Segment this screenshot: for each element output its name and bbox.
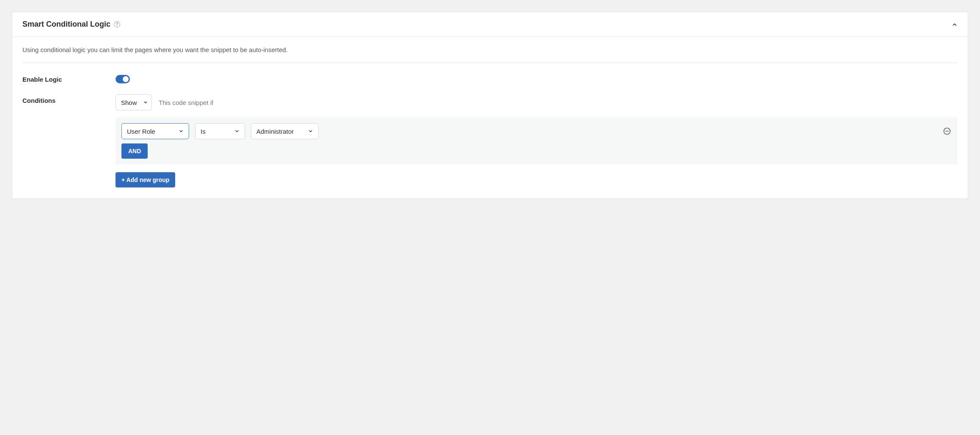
panel-description: Using conditional logic you can limit th… xyxy=(22,46,958,63)
condition-operator-value: Is xyxy=(201,128,206,135)
panel-header[interactable]: Smart Conditional Logic ? xyxy=(12,12,968,37)
panel-body: Using conditional logic you can limit th… xyxy=(12,37,968,198)
action-suffix-text: This code snippet if xyxy=(159,99,213,106)
panel-title-wrap: Smart Conditional Logic ? xyxy=(22,20,120,29)
chevron-down-icon xyxy=(308,129,313,134)
conditional-logic-panel: Smart Conditional Logic ? Using conditio… xyxy=(12,12,968,199)
condition-rule-row: User Role Is Administrat xyxy=(121,123,952,139)
enable-logic-content xyxy=(116,73,958,85)
action-select-value: Show xyxy=(121,99,137,106)
condition-field-value: User Role xyxy=(127,128,155,135)
condition-field-select[interactable]: User Role xyxy=(121,123,189,139)
remove-rule-button[interactable] xyxy=(942,127,952,136)
enable-logic-toggle[interactable] xyxy=(116,75,130,83)
enable-logic-label: Enable Logic xyxy=(22,73,116,83)
conditions-action-line: Show This code snippet if xyxy=(116,94,958,110)
conditions-label: Conditions xyxy=(22,94,116,104)
chevron-down-icon xyxy=(234,129,239,134)
panel-title: Smart Conditional Logic xyxy=(22,20,110,29)
enable-logic-row: Enable Logic xyxy=(22,73,958,85)
and-button[interactable]: AND xyxy=(121,143,148,159)
and-button-label: AND xyxy=(128,148,141,154)
condition-operator-select[interactable]: Is xyxy=(195,123,245,139)
help-icon[interactable]: ? xyxy=(114,21,120,28)
add-group-button[interactable]: + Add new group xyxy=(116,172,175,187)
condition-value-select[interactable]: Administrator xyxy=(251,123,319,139)
action-select[interactable]: Show xyxy=(116,94,152,110)
chevron-down-icon xyxy=(179,129,184,134)
condition-group: User Role Is Administrat xyxy=(116,117,958,165)
chevron-down-icon xyxy=(143,100,148,105)
conditions-row: Conditions Show This code snippet if Use xyxy=(22,94,958,187)
conditions-content: Show This code snippet if User Role xyxy=(116,94,958,187)
add-group-button-label: + Add new group xyxy=(121,176,169,183)
condition-value-value: Administrator xyxy=(256,128,294,135)
chevron-up-icon[interactable] xyxy=(952,22,958,28)
